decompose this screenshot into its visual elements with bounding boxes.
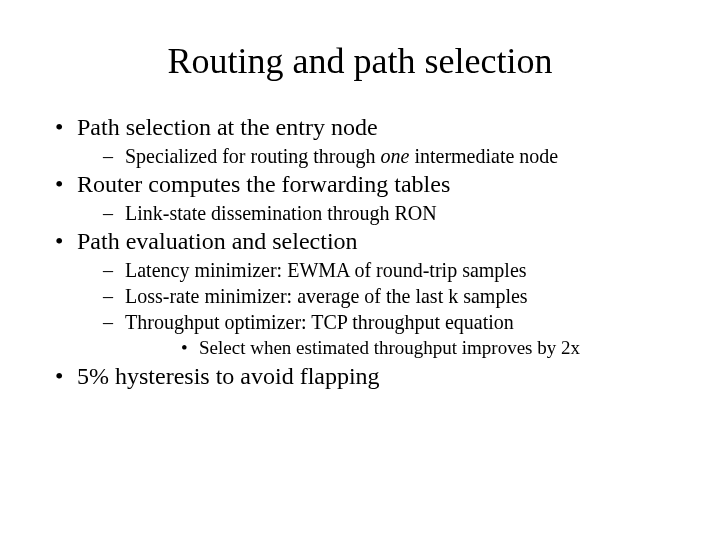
list-item: Latency minimizer: EWMA of round-trip sa… (77, 257, 665, 283)
list-item: Link-state dissemination through RON (77, 200, 665, 226)
bullet-text: Select when estimated throughput improve… (199, 337, 580, 358)
bullet-text: Loss-rate minimizer: average of the last… (125, 285, 528, 307)
bullet-text: intermediate node (409, 145, 558, 167)
list-item: Select when estimated throughput improve… (125, 336, 665, 361)
list-item: Throughput optimizer: TCP throughput equ… (77, 309, 665, 361)
list-item: Loss-rate minimizer: average of the last… (77, 283, 665, 309)
bullet-text: Link-state dissemination through RON (125, 202, 437, 224)
list-item: 5% hysteresis to avoid flapping (55, 363, 665, 390)
bullet-text: Specialized for routing through (125, 145, 381, 167)
bullet-list: Path selection at the entry node Special… (55, 114, 665, 390)
bullet-text: Router computes the forwarding tables (77, 171, 450, 197)
bullet-text: Path selection at the entry node (77, 114, 378, 140)
bullet-text: Latency minimizer: EWMA of round-trip sa… (125, 259, 527, 281)
list-item: Specialized for routing through one inte… (77, 143, 665, 169)
bullet-text: Throughput optimizer: TCP throughput equ… (125, 311, 514, 333)
slide-title: Routing and path selection (55, 40, 665, 82)
bullet-text: 5% hysteresis to avoid flapping (77, 363, 380, 389)
list-item: Path selection at the entry node Special… (55, 114, 665, 169)
list-item: Path evaluation and selection Latency mi… (55, 228, 665, 361)
bullet-text: Path evaluation and selection (77, 228, 358, 254)
list-item: Router computes the forwarding tables Li… (55, 171, 665, 226)
bullet-text-italic: one (381, 145, 410, 167)
